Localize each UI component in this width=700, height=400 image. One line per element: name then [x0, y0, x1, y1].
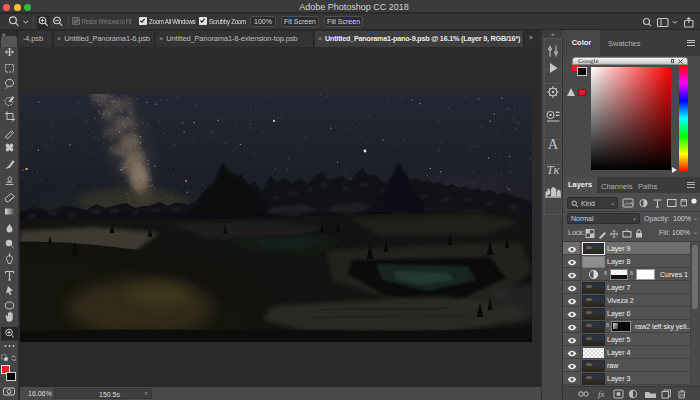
svg-text:fx: fx — [598, 389, 605, 399]
svg-text:Tκ: Tκ — [547, 163, 561, 177]
svg-text:A: A — [548, 136, 559, 152]
